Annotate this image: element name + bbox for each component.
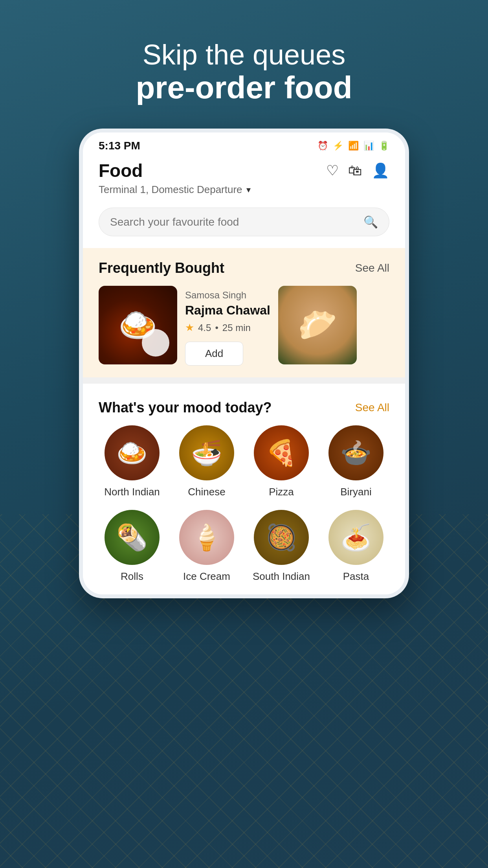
app-title: Food (99, 160, 143, 181)
mood-section-title: What's your mood today? (99, 399, 272, 416)
south-indian-label: South Indian (253, 570, 310, 583)
rolls-label: Rolls (121, 570, 143, 583)
frequently-bought-title: Frequently Bought (99, 260, 224, 276)
pizza-label: Pizza (269, 486, 294, 498)
alarm-icon: ⏰ (317, 141, 328, 151)
hero-line2: pre-order food (136, 70, 352, 105)
header-icons-group: ♡ 🛍 👤 (326, 162, 389, 179)
section-divider (83, 377, 405, 384)
food-card-image-momos (278, 286, 357, 364)
phone-screen: 5:13 PM ⏰ ⚡ 📶 📊 🔋 Food ♡ 🛍 👤 Terminal 1, (83, 132, 405, 594)
search-bar[interactable]: 🔍 (99, 208, 389, 236)
add-to-cart-button[interactable]: Add (185, 342, 243, 366)
star-icon: ★ (185, 322, 194, 334)
food-card-rajma: Samosa Singh Rajma Chawal ★ 4.5 • 25 min… (99, 286, 270, 366)
search-container: 🔍 (83, 204, 405, 248)
mood-item-chinese[interactable]: 🍜 Chinese (173, 425, 240, 498)
app-header: Food ♡ 🛍 👤 Terminal 1, Domestic Departur… (83, 156, 405, 204)
food-rating: 4.5 (198, 322, 211, 333)
mood-item-biryani[interactable]: 🍲 Biryani (323, 425, 389, 498)
restaurant-name: Samosa Singh (185, 290, 270, 301)
food-card-image-rajma (99, 286, 177, 364)
status-bar: 5:13 PM ⏰ ⚡ 📶 📊 🔋 (83, 132, 405, 156)
food-meta: ★ 4.5 • 25 min (185, 322, 270, 334)
north-indian-icon: 🍛 (105, 425, 160, 480)
mood-see-all[interactable]: See All (355, 401, 389, 414)
mood-item-pizza[interactable]: 🍕 Pizza (248, 425, 315, 498)
location-row[interactable]: Terminal 1, Domestic Departure ▾ (99, 184, 389, 196)
south-indian-icon: 🥘 (254, 510, 309, 565)
status-time: 5:13 PM (99, 140, 140, 152)
bluetooth-icon: ⚡ (333, 141, 343, 151)
search-icon: 🔍 (363, 215, 378, 229)
biryani-icon: 🍲 (328, 425, 383, 480)
chinese-label: Chinese (188, 486, 225, 498)
mood-section: What's your mood today? See All 🍛 North … (83, 384, 405, 594)
food-card-info-rajma: Samosa Singh Rajma Chawal ★ 4.5 • 25 min… (185, 286, 270, 366)
chevron-down-icon: ▾ (246, 185, 251, 195)
mood-item-south-indian[interactable]: 🥘 South Indian (248, 510, 315, 583)
mood-item-ice-cream[interactable]: 🍦 Ice Cream (173, 510, 240, 583)
rolls-icon: 🌯 (105, 510, 160, 565)
ice-cream-icon: 🍦 (179, 510, 234, 565)
biryani-label: Biryani (340, 486, 371, 498)
mood-grid: 🍛 North Indian 🍜 Chinese 🍕 Pizza 🍲 Birya… (99, 425, 389, 583)
app-header-top: Food ♡ 🛍 👤 (99, 160, 389, 181)
phone-shell: 5:13 PM ⏰ ⚡ 📶 📊 🔋 Food ♡ 🛍 👤 Terminal 1, (79, 129, 409, 598)
frequently-bought-header: Frequently Bought See All (99, 260, 389, 276)
signal-icon: 📊 (363, 141, 374, 151)
mood-item-pasta[interactable]: 🍝 Pasta (323, 510, 389, 583)
chinese-icon: 🍜 (179, 425, 234, 480)
profile-icon[interactable]: 👤 (372, 162, 389, 179)
pasta-label: Pasta (343, 570, 369, 583)
battery-icon: 🔋 (379, 141, 389, 151)
mood-section-header: What's your mood today? See All (99, 399, 389, 416)
wifi-icon: 📶 (348, 141, 359, 151)
food-name: Rajma Chawal (185, 303, 270, 318)
ice-cream-label: Ice Cream (183, 570, 230, 583)
mood-item-rolls[interactable]: 🌯 Rolls (99, 510, 165, 583)
frequently-bought-see-all[interactable]: See All (355, 262, 389, 274)
hero-line1: Skip the queues (136, 39, 352, 70)
pizza-icon: 🍕 (254, 425, 309, 480)
search-input[interactable] (110, 216, 357, 228)
food-time: 25 min (222, 322, 251, 333)
pasta-icon: 🍝 (328, 510, 383, 565)
food-meta-dot: • (215, 322, 218, 333)
location-text: Terminal 1, Domestic Departure (99, 184, 242, 196)
frequently-bought-section: Frequently Bought See All Samosa Singh R… (83, 248, 405, 377)
hero-section: Skip the queues pre-order food (136, 39, 352, 105)
north-indian-label: North Indian (104, 486, 160, 498)
heart-icon[interactable]: ♡ (326, 162, 339, 179)
status-icons: ⏰ ⚡ 📶 📊 🔋 (317, 141, 389, 151)
mood-item-north-indian[interactable]: 🍛 North Indian (99, 425, 165, 498)
bag-icon[interactable]: 🛍 (348, 162, 362, 179)
food-cards-row: Samosa Singh Rajma Chawal ★ 4.5 • 25 min… (99, 286, 389, 366)
